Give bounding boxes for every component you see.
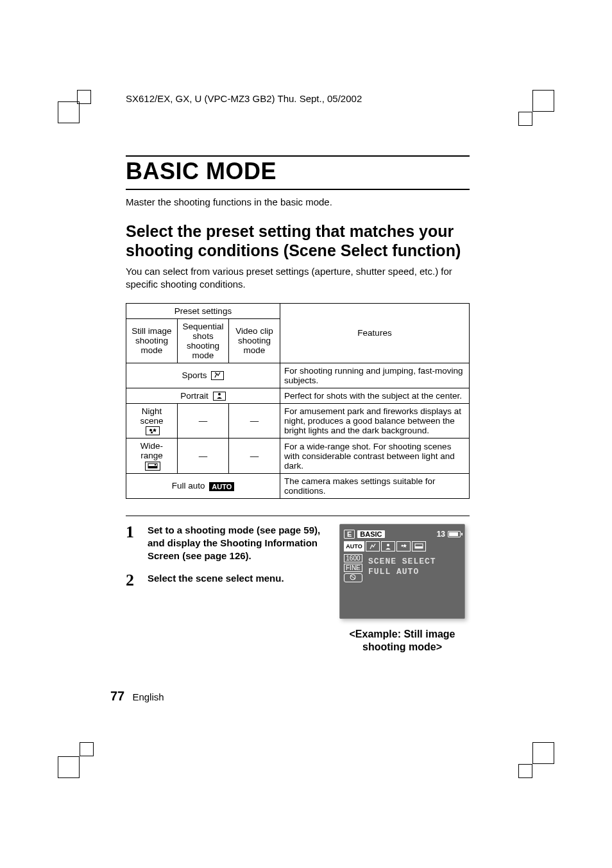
page-title: BASIC MODE	[126, 155, 470, 190]
table-row: Wide-range — — For a wide-range shot. Fo…	[126, 438, 470, 473]
row-label: Portrait	[180, 391, 208, 401]
svg-point-1	[218, 393, 221, 395]
page: SX612/EX, GX, U (VPC-MZ3 GB2) Thu. Sept.…	[0, 0, 612, 868]
lcd-menu-title: SCENE SELECT	[368, 557, 436, 567]
table-header-still: Still image shooting mode	[126, 318, 178, 363]
svg-point-0	[215, 372, 216, 374]
step-number: 1	[126, 524, 140, 563]
table-header-features: Features	[280, 303, 470, 363]
crop-mark-icon	[518, 742, 554, 778]
svg-rect-5	[155, 464, 156, 465]
crop-mark-icon	[58, 742, 94, 778]
section-heading: Select the preset setting that matches y…	[126, 221, 470, 260]
row-label: Night scene	[140, 406, 163, 426]
row-feature: For a wide-range shot. For shooting scen…	[280, 438, 470, 473]
step-number: 2	[126, 572, 140, 589]
table-header-preset: Preset settings	[126, 303, 280, 318]
lcd-scene-wide-icon	[412, 541, 426, 551]
svg-line-11	[350, 575, 355, 579]
row-label: Wide-range	[140, 441, 163, 460]
table-row: Portrait Perfect for shots with the subj…	[126, 388, 470, 403]
step-item: 2 Select the scene select menu.	[126, 572, 322, 589]
divider	[126, 516, 470, 516]
crop-mark-icon	[518, 90, 554, 126]
lcd-scene-night-icon	[396, 541, 411, 551]
svg-point-6	[387, 544, 389, 546]
lcd-tab-e: E	[344, 530, 355, 539]
table-row: Sports For shooting running and jumping,…	[126, 363, 470, 388]
step-text: Select the scene select menu.	[148, 572, 322, 589]
page-footer: 77 English	[110, 689, 164, 704]
row-na: —	[178, 438, 229, 473]
svg-rect-9	[415, 546, 423, 548]
row-na: —	[178, 403, 229, 438]
sports-icon	[211, 371, 224, 380]
auto-icon: AUTO	[209, 482, 234, 491]
crop-mark-icon	[58, 90, 94, 126]
section-intro: You can select from various preset setti…	[126, 265, 470, 291]
lcd-scene-auto: AUTO	[344, 541, 364, 551]
row-label: Sports	[182, 370, 207, 380]
row-na: —	[229, 403, 280, 438]
portrait-icon	[213, 392, 226, 401]
wide-range-icon	[145, 462, 160, 471]
battery-icon	[448, 531, 461, 537]
lcd-menu-value: FULL AUTO	[368, 567, 436, 577]
lcd-caption: <Example: Still image shooting mode>	[335, 628, 470, 654]
night-scene-icon	[146, 426, 160, 435]
table-header-sequential: Sequential shots shooting mode	[178, 318, 229, 363]
content-area: BASIC MODE Master the shooting functions…	[126, 155, 470, 654]
svg-point-2	[149, 429, 152, 431]
row-feature: For amusement park and fireworks display…	[280, 403, 470, 438]
svg-point-7	[402, 544, 404, 546]
row-feature: The camera makes settings suitable for c…	[280, 473, 470, 498]
row-label: Full auto	[172, 481, 205, 490]
lcd-scene-sports-icon	[366, 541, 380, 551]
page-number: 77	[110, 689, 124, 703]
intro-text: Master the shooting functions in the bas…	[126, 196, 470, 207]
lcd-flash-icon	[344, 573, 362, 582]
row-na: —	[229, 438, 280, 473]
lcd-quality: FINE	[344, 564, 362, 572]
svg-rect-4	[148, 466, 157, 468]
step-item: 1 Set to a shooting mode (see page 59), …	[126, 524, 322, 563]
lcd-resolution: 1600	[344, 554, 362, 562]
row-feature: For shooting running and jumping, fast-m…	[280, 363, 470, 388]
table-row: Night scene — — For amusement park and f…	[126, 403, 470, 438]
lcd-tab-basic: BASIC	[357, 530, 384, 538]
table-header-video: Video clip shooting mode	[229, 318, 280, 363]
document-reference: SX612/EX, GX, U (VPC-MZ3 GB2) Thu. Sept.…	[126, 93, 362, 104]
preset-table: Preset settings Features Still image sho…	[126, 303, 470, 499]
lcd-scene-portrait-icon	[381, 541, 395, 551]
lcd-screenshot: E BASIC 13 AUTO	[339, 524, 465, 619]
step-text: Set to a shooting mode (see page 59), an…	[148, 524, 322, 563]
page-language: English	[132, 691, 164, 702]
row-feature: Perfect for shots with the subject at th…	[280, 388, 470, 403]
lcd-counter: 13	[437, 530, 445, 539]
table-row: Full auto AUTO The camera makes settings…	[126, 473, 470, 498]
